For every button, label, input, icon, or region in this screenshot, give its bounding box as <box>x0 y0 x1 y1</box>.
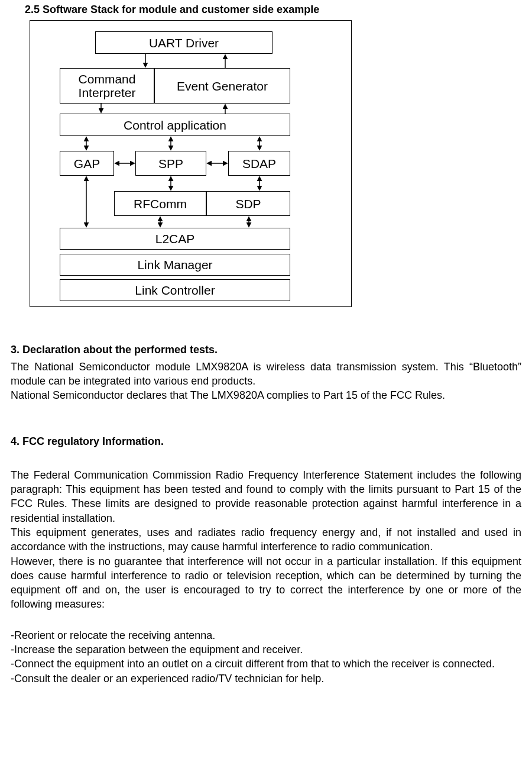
section4-paragraph-3: However, there is no guarantee that inte… <box>11 554 521 612</box>
section4-paragraph-1: The Federal Communication Commission Rad… <box>11 468 521 525</box>
section3-paragraph-2: National Semiconductor declares that The… <box>11 388 521 402</box>
section4-bullet-2: -Increase the separation between the equ… <box>11 642 521 657</box>
section4-paragraph-2: This equipment generates, uses and radia… <box>11 525 521 554</box>
section3-paragraph-1: The National Semiconductor module LMX982… <box>11 360 521 389</box>
box-link-manager: Link Manager <box>60 254 290 276</box>
box-spp: SPP <box>135 151 206 176</box>
heading-4: 4. FCC regulatory Information. <box>11 434 521 448</box>
section4-bullet-1: -Reorient or relocate the receiving ante… <box>11 628 521 642</box>
box-gap: GAP <box>60 151 114 176</box>
box-control-application: Control application <box>60 114 290 136</box>
box-l2cap: L2CAP <box>60 228 290 250</box>
box-command-interpreter: Command Interpreter <box>60 68 154 104</box>
box-event-generator: Event Generator <box>154 68 290 104</box>
box-uart-driver: UART Driver <box>95 31 273 54</box>
heading-2-5: 2.5 Software Stack for module and custom… <box>25 2 521 17</box>
box-link-controller: Link Controller <box>60 279 290 301</box>
box-rfcomm: RFComm <box>114 191 206 216</box>
box-sdap: SDAP <box>228 151 290 176</box>
section4-bullet-4: -Consult the dealer or an experienced ra… <box>11 671 521 686</box>
heading-3: 3. Declaration about the performed tests… <box>11 343 521 357</box>
section4-bullet-3: -Connect the equipment into an outlet on… <box>11 657 521 671</box>
software-stack-diagram: UART Driver Command Interpreter Event Ge… <box>30 20 352 307</box>
box-sdp: SDP <box>206 191 290 216</box>
